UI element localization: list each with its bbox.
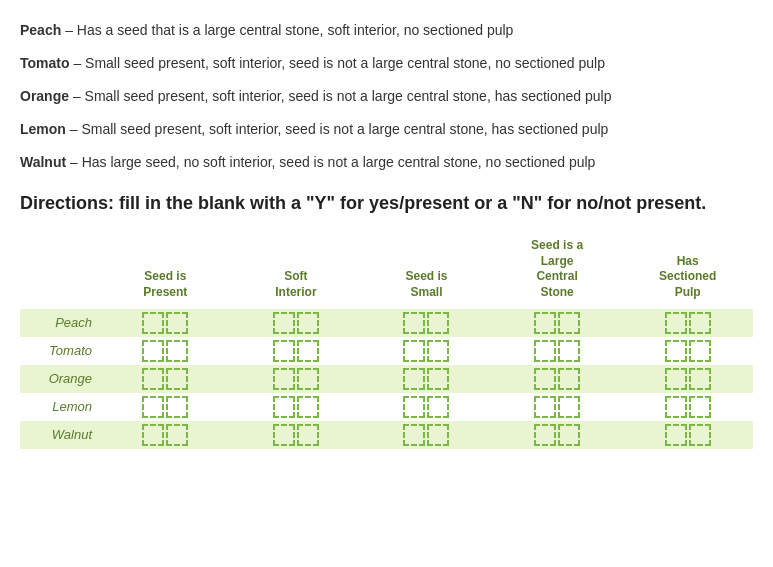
- dashed-input-box[interactable]: [166, 312, 188, 334]
- cell-seed-present[interactable]: [100, 421, 231, 449]
- cell-has-sectioned-pulp[interactable]: [622, 337, 753, 365]
- dashed-box-group: [104, 340, 227, 362]
- dashed-input-box[interactable]: [273, 368, 295, 390]
- dashed-box-group: [104, 312, 227, 334]
- table-row: Lemon: [20, 393, 753, 421]
- row-fruit-label: Orange: [20, 365, 100, 393]
- cell-has-sectioned-pulp[interactable]: [622, 393, 753, 421]
- dashed-box-group: [365, 340, 488, 362]
- dashed-input-box[interactable]: [558, 396, 580, 418]
- dashed-input-box[interactable]: [665, 340, 687, 362]
- dashed-box-group: [365, 396, 488, 418]
- description-item: Peach – Has a seed that is a large centr…: [20, 20, 753, 41]
- dashed-input-box[interactable]: [142, 368, 164, 390]
- fruit-name: Walnut: [20, 154, 66, 170]
- dashed-input-box[interactable]: [665, 312, 687, 334]
- dashed-input-box[interactable]: [558, 312, 580, 334]
- dashed-input-box[interactable]: [689, 424, 711, 446]
- cell-has-sectioned-pulp[interactable]: [622, 365, 753, 393]
- dashed-input-box[interactable]: [403, 312, 425, 334]
- dashed-input-box[interactable]: [689, 396, 711, 418]
- cell-soft-interior[interactable]: [231, 421, 362, 449]
- dashed-box-group: [235, 340, 358, 362]
- dashed-input-box[interactable]: [297, 312, 319, 334]
- cell-seed-small[interactable]: [361, 309, 492, 337]
- cell-has-sectioned-pulp[interactable]: [622, 421, 753, 449]
- cell-soft-interior[interactable]: [231, 337, 362, 365]
- dashed-input-box[interactable]: [297, 340, 319, 362]
- dashed-box-group: [104, 368, 227, 390]
- table-row: Orange: [20, 365, 753, 393]
- cell-large-central-stone[interactable]: [492, 309, 623, 337]
- cell-soft-interior[interactable]: [231, 309, 362, 337]
- cell-has-sectioned-pulp[interactable]: [622, 309, 753, 337]
- dashed-input-box[interactable]: [273, 340, 295, 362]
- dashed-input-box[interactable]: [427, 368, 449, 390]
- dashed-input-box[interactable]: [297, 396, 319, 418]
- header-fruit-label: [20, 234, 100, 308]
- fruit-name: Peach: [20, 22, 61, 38]
- dashed-box-group: [365, 424, 488, 446]
- cell-seed-present[interactable]: [100, 337, 231, 365]
- directions-text: Directions: fill in the blank with a "Y"…: [20, 191, 753, 216]
- cell-seed-small[interactable]: [361, 365, 492, 393]
- dashed-input-box[interactable]: [142, 396, 164, 418]
- dashed-input-box[interactable]: [166, 340, 188, 362]
- dashed-input-box[interactable]: [534, 424, 556, 446]
- dashed-input-box[interactable]: [427, 340, 449, 362]
- dashed-input-box[interactable]: [534, 340, 556, 362]
- cell-soft-interior[interactable]: [231, 365, 362, 393]
- cell-seed-small[interactable]: [361, 421, 492, 449]
- cell-seed-present[interactable]: [100, 365, 231, 393]
- dashed-input-box[interactable]: [166, 424, 188, 446]
- dashed-input-box[interactable]: [534, 368, 556, 390]
- cell-seed-present[interactable]: [100, 393, 231, 421]
- dashed-input-box[interactable]: [534, 396, 556, 418]
- dashed-input-box[interactable]: [534, 312, 556, 334]
- cell-seed-small[interactable]: [361, 393, 492, 421]
- dashed-input-box[interactable]: [665, 424, 687, 446]
- dashed-box-group: [496, 340, 619, 362]
- dashed-box-group: [626, 312, 749, 334]
- dashed-input-box[interactable]: [558, 340, 580, 362]
- cell-large-central-stone[interactable]: [492, 365, 623, 393]
- dashed-input-box[interactable]: [297, 368, 319, 390]
- row-fruit-label: Peach: [20, 309, 100, 337]
- dashed-box-group: [235, 424, 358, 446]
- dashed-box-group: [365, 368, 488, 390]
- cell-seed-present[interactable]: [100, 309, 231, 337]
- dashed-input-box[interactable]: [273, 396, 295, 418]
- dashed-input-box[interactable]: [689, 340, 711, 362]
- dashed-input-box[interactable]: [403, 424, 425, 446]
- description-list: Peach – Has a seed that is a large centr…: [20, 20, 753, 173]
- dashed-box-group: [104, 396, 227, 418]
- table-container: Seed isPresentSoftInteriorSeed isSmallSe…: [20, 234, 753, 448]
- dashed-input-box[interactable]: [403, 368, 425, 390]
- dashed-input-box[interactable]: [689, 312, 711, 334]
- dashed-input-box[interactable]: [142, 424, 164, 446]
- cell-large-central-stone[interactable]: [492, 421, 623, 449]
- dashed-input-box[interactable]: [427, 396, 449, 418]
- dashed-input-box[interactable]: [142, 340, 164, 362]
- cell-seed-small[interactable]: [361, 337, 492, 365]
- dashed-input-box[interactable]: [558, 424, 580, 446]
- dashed-input-box[interactable]: [166, 368, 188, 390]
- dashed-input-box[interactable]: [403, 340, 425, 362]
- dashed-input-box[interactable]: [558, 368, 580, 390]
- dashed-input-box[interactable]: [273, 424, 295, 446]
- dashed-input-box[interactable]: [665, 368, 687, 390]
- dashed-input-box[interactable]: [297, 424, 319, 446]
- table-row: Tomato: [20, 337, 753, 365]
- dashed-input-box[interactable]: [689, 368, 711, 390]
- dashed-input-box[interactable]: [665, 396, 687, 418]
- dashed-box-group: [235, 312, 358, 334]
- dashed-input-box[interactable]: [427, 312, 449, 334]
- dashed-input-box[interactable]: [403, 396, 425, 418]
- cell-large-central-stone[interactable]: [492, 337, 623, 365]
- dashed-input-box[interactable]: [166, 396, 188, 418]
- cell-soft-interior[interactable]: [231, 393, 362, 421]
- dashed-input-box[interactable]: [273, 312, 295, 334]
- dashed-input-box[interactable]: [142, 312, 164, 334]
- cell-large-central-stone[interactable]: [492, 393, 623, 421]
- dashed-input-box[interactable]: [427, 424, 449, 446]
